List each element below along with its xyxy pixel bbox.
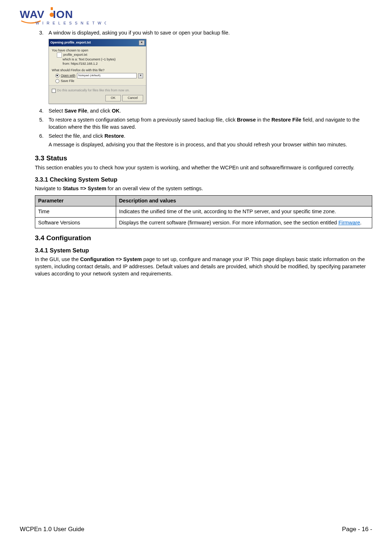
- company-logo: WAV ION W I R E L E S S N E T W O R K S: [20, 7, 372, 27]
- step-4-p4: .: [119, 108, 121, 114]
- document-body: A window is displayed, asking you if you…: [20, 29, 372, 277]
- radio-open-with[interactable]: [55, 74, 59, 78]
- wavion-logo-svg: WAV ION W I R E L E S S N E T W O R K S: [20, 7, 106, 27]
- svg-text:WAV: WAV: [20, 8, 45, 20]
- heading-3-4: 3.4 Configuration: [35, 234, 372, 242]
- heading-3-3: 3.3 Status: [35, 154, 372, 162]
- auto-checkbox[interactable]: [52, 89, 56, 93]
- parameter-table: Parameter Description and values Time In…: [35, 195, 372, 229]
- step-6-sub: A message is displayed, advising you tha…: [49, 141, 372, 149]
- dialog-title-text: Opening profile_export.txt: [50, 40, 91, 45]
- p331-1: Status => System: [63, 186, 106, 191]
- p331-2: for an overall view of the system settin…: [106, 186, 203, 191]
- open-with-select[interactable]: Notepad (default): [77, 73, 137, 78]
- step-4: Select Save File, and click OK.: [45, 108, 372, 115]
- cell-desc-sw: Displays the current software (firmware)…: [116, 217, 372, 228]
- svg-rect-3: [51, 7, 53, 10]
- footer-title: WCPEn 1.0 User Guide: [20, 526, 85, 533]
- step-6: Select the file, and click Restore. A me…: [45, 133, 372, 148]
- para-3-3: This section enables you to check how yo…: [35, 164, 372, 172]
- p341-0: In the GUI, use the: [35, 256, 80, 262]
- radio-save-file[interactable]: [55, 79, 59, 83]
- auto-label: Do this automatically for files like thi…: [57, 88, 130, 93]
- step-4-p2: , and click: [87, 108, 112, 114]
- step-3-text: A window is displayed, asking you if you…: [49, 30, 230, 36]
- step-4-p1: Save File: [64, 108, 87, 114]
- step-6-p2: .: [124, 133, 126, 139]
- logo-tagline: W I R E L E S S N E T W O R K S: [36, 21, 106, 25]
- heading-3-3-1: 3.3.1 Checking System Setup: [35, 176, 372, 183]
- para-3-4-1: In the GUI, use the Configuration => Sys…: [35, 256, 372, 277]
- step-4-p3: OK: [112, 108, 120, 114]
- dialog-line-chosen: You have chosen to open: [52, 49, 143, 53]
- dialog-filename: profile_export.txt: [63, 53, 87, 57]
- svg-point-2: [50, 13, 54, 17]
- p341-1: Configuration => System: [80, 256, 142, 262]
- page: WAV ION W I R E L E S S N E T W O R K S …: [0, 0, 392, 543]
- firmware-link[interactable]: Firmware: [338, 220, 360, 225]
- step-5-p0: To restore a system configuration setup …: [49, 117, 237, 123]
- table-header-row: Parameter Description and values: [35, 195, 372, 206]
- step-5-p2: in the: [256, 117, 272, 123]
- sw-desc-post: .: [360, 220, 361, 225]
- dialog-question: What should Firefox do with this file?: [52, 68, 143, 73]
- p331-0: Navigate to: [35, 186, 63, 191]
- table-row: Time Indicates the unified time of the u…: [35, 206, 372, 218]
- page-footer: WCPEn 1.0 User Guide Page - 16 -: [20, 526, 372, 533]
- open-with-label: Open with: [61, 74, 76, 78]
- step-6-p1: Restore: [105, 133, 124, 139]
- cell-param-time: Time: [35, 206, 116, 218]
- step-3: A window is displayed, asking you if you…: [45, 29, 372, 104]
- step-4-p0: Select: [49, 108, 64, 114]
- chevron-down-icon[interactable]: ▾: [138, 73, 143, 78]
- open-file-dialog: Opening profile_export.txt × You have ch…: [49, 39, 146, 104]
- step-6-p0: Select the file, and click: [49, 133, 105, 139]
- dialog-meta-from: from: https://192.168.1.2: [57, 62, 143, 66]
- sw-desc-pre: Displays the current software (firmware)…: [119, 220, 338, 225]
- step-5: To restore a system configuration setup …: [45, 117, 372, 131]
- file-icon: [57, 53, 62, 58]
- svg-text:ION: ION: [53, 8, 73, 20]
- cancel-button[interactable]: Cancel: [122, 95, 143, 101]
- ok-button[interactable]: OK: [105, 95, 121, 101]
- close-icon[interactable]: ×: [139, 40, 145, 45]
- open-with-value: Notepad (default): [78, 74, 101, 77]
- step-5-p3: Restore File: [272, 117, 301, 123]
- th-description: Description and values: [116, 195, 372, 206]
- dialog-meta-type: which is a: Text Document (~1 bytes): [57, 58, 143, 62]
- cell-param-sw: Software Versions: [35, 217, 116, 228]
- table-row: Software Versions Displays the current s…: [35, 217, 372, 228]
- dialog-titlebar: Opening profile_export.txt ×: [49, 39, 146, 46]
- cell-desc-time: Indicates the unified time of the unit, …: [116, 206, 372, 218]
- save-file-label: Save File: [61, 79, 74, 83]
- para-3-3-1: Navigate to Status => System for an over…: [35, 185, 372, 192]
- footer-page: Page - 16 -: [342, 526, 372, 533]
- th-parameter: Parameter: [35, 195, 116, 206]
- heading-3-4-1: 3.4.1 System Setup: [35, 247, 372, 254]
- step-5-p1: Browse: [237, 117, 256, 123]
- step-list: A window is displayed, asking you if you…: [35, 29, 372, 149]
